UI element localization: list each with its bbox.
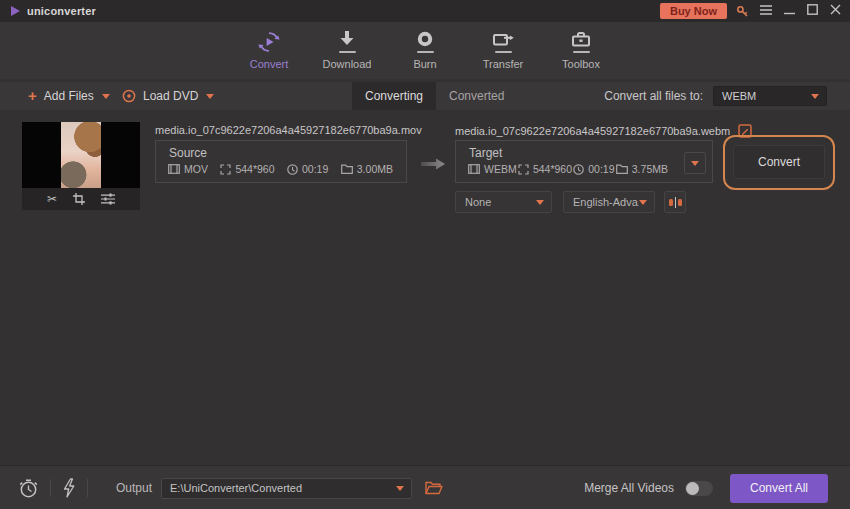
- download-icon: [337, 29, 357, 55]
- target-panel-title: Target: [469, 146, 712, 160]
- dvd-disc-icon: [122, 89, 136, 103]
- effect-select-value: None: [465, 196, 536, 208]
- target-resolution-stat: 544*960: [518, 163, 572, 175]
- source-duration-stat: 00:19: [287, 163, 328, 175]
- separator: [87, 479, 88, 497]
- high-speed-bolt-icon[interactable]: [62, 478, 76, 498]
- output-format-caret-icon: [811, 94, 819, 99]
- film-icon: [468, 164, 480, 174]
- target-filename: media.io_07c9622e7206a4a45927182e6770ba9…: [455, 125, 730, 137]
- convert-icon: [256, 29, 282, 55]
- uniconverter-window: uniconverter Buy Now: [0, 0, 850, 509]
- load-dvd-button[interactable]: Load DVD: [122, 82, 214, 110]
- video-thumbnail[interactable]: ✂: [22, 122, 140, 210]
- tab-converting[interactable]: Converting: [352, 82, 436, 110]
- clock-icon: [573, 164, 584, 175]
- titlebar: uniconverter Buy Now: [0, 0, 850, 22]
- film-icon: [168, 164, 180, 174]
- tab-download[interactable]: Download: [308, 22, 386, 79]
- subtitle-select-value: English-Adva...: [573, 196, 639, 208]
- schedule-timer-icon[interactable]: [18, 478, 39, 499]
- tab-transfer[interactable]: Transfer: [464, 22, 542, 79]
- app-title: uniconverter: [27, 5, 96, 17]
- merge-all-videos-label: Merge All Videos: [584, 481, 674, 495]
- source-resolution-stat: 544*960: [220, 163, 274, 175]
- target-size-stat: 3.75MB: [616, 163, 668, 175]
- separator: [50, 479, 51, 497]
- add-files-caret-icon[interactable]: [102, 94, 110, 99]
- tab-convert[interactable]: Convert: [230, 22, 308, 79]
- menu-icon[interactable]: [759, 0, 773, 22]
- source-panel-title: Source: [169, 146, 406, 160]
- merge-all-videos-toggle[interactable]: [685, 481, 713, 496]
- register-key-icon[interactable]: [736, 5, 750, 18]
- toolbox-icon: [571, 29, 591, 55]
- subtitle-select[interactable]: English-Adva...: [563, 191, 655, 213]
- resolution-icon: [518, 164, 529, 175]
- convert-all-button[interactable]: Convert All: [730, 474, 828, 503]
- convert-direction-arrow-icon: [420, 157, 446, 175]
- video-frame: [61, 122, 101, 188]
- buy-now-button[interactable]: Buy Now: [660, 3, 727, 19]
- target-duration-stat: 00:19: [573, 163, 614, 175]
- tab-download-label: Download: [323, 58, 372, 70]
- tab-converted[interactable]: Converted: [436, 82, 517, 110]
- output-format-value: WEBM: [722, 90, 811, 102]
- target-format-caret-button[interactable]: [684, 152, 706, 174]
- tab-burn-label: Burn: [413, 58, 436, 70]
- close-icon[interactable]: [828, 0, 842, 22]
- resolution-icon: [220, 164, 231, 175]
- source-info-panel: Source MOV 544*960 00:19 3.00MB: [155, 140, 407, 183]
- add-files-button[interactable]: + Add Files: [28, 82, 110, 110]
- load-dvd-label: Load DVD: [143, 89, 198, 103]
- folder-icon: [616, 164, 628, 174]
- target-format-stat: WEBM: [468, 163, 517, 175]
- effect-select[interactable]: None: [455, 191, 552, 213]
- output-label: Output: [116, 481, 152, 495]
- source-filename: media.io_07c9622e7206a4a45927182e6770ba9…: [155, 124, 422, 136]
- footer-bar: Output E:\UniConverter\Converted Merge A…: [0, 465, 850, 509]
- convert-button[interactable]: Convert: [733, 145, 825, 179]
- output-path-select[interactable]: E:\UniConverter\Converted: [161, 478, 412, 499]
- tab-burn[interactable]: Burn: [386, 22, 464, 79]
- target-info-panel: Target WEBM 544*960 00:19 3.75MB: [455, 140, 713, 183]
- plus-icon: +: [28, 82, 37, 110]
- tab-convert-label: Convert: [250, 58, 289, 70]
- minimize-icon[interactable]: [782, 0, 796, 22]
- caret-down-icon: [639, 200, 647, 205]
- load-dvd-caret-icon[interactable]: [206, 94, 214, 99]
- open-folder-icon[interactable]: [425, 481, 443, 495]
- video-preview: [22, 122, 140, 188]
- caret-down-icon: [691, 161, 699, 166]
- tab-toolbox-label: Toolbox: [562, 58, 600, 70]
- clock-icon: [287, 164, 298, 175]
- transfer-icon: [492, 29, 514, 55]
- trim-icon[interactable]: ✂: [47, 188, 57, 210]
- add-files-label: Add Files: [44, 89, 94, 103]
- toggle-knob: [686, 482, 699, 495]
- tab-transfer-label: Transfer: [483, 58, 524, 70]
- tab-toolbox[interactable]: Toolbox: [542, 22, 620, 79]
- output-path-value: E:\UniConverter\Converted: [170, 482, 396, 494]
- app-logo-icon: [11, 6, 20, 16]
- maximize-icon[interactable]: [805, 0, 819, 22]
- convert-all-files-to-label: Convert all files to:: [604, 82, 703, 110]
- source-format-stat: MOV: [168, 163, 208, 175]
- source-size-stat: 3.00MB: [341, 163, 393, 175]
- caret-down-icon: [396, 486, 404, 491]
- thumbnail-toolbar: ✂: [22, 188, 140, 210]
- main-nav: Convert Download Burn: [0, 22, 850, 79]
- folder-icon: [341, 164, 353, 174]
- queue-tabs: Converting Converted: [352, 82, 517, 110]
- subtitle-edit-icon[interactable]: [664, 191, 686, 213]
- file-list: ✂ media.io_07c9622e7206a4a45927182e6770b…: [0, 110, 850, 465]
- burn-disc-icon: [415, 29, 435, 55]
- output-format-select[interactable]: WEBM: [713, 86, 827, 106]
- caret-down-icon: [536, 200, 544, 205]
- effects-sliders-icon[interactable]: [101, 193, 115, 205]
- toolbar: + Add Files Load DVD Converting Converte…: [0, 82, 850, 110]
- crop-icon[interactable]: [73, 193, 85, 205]
